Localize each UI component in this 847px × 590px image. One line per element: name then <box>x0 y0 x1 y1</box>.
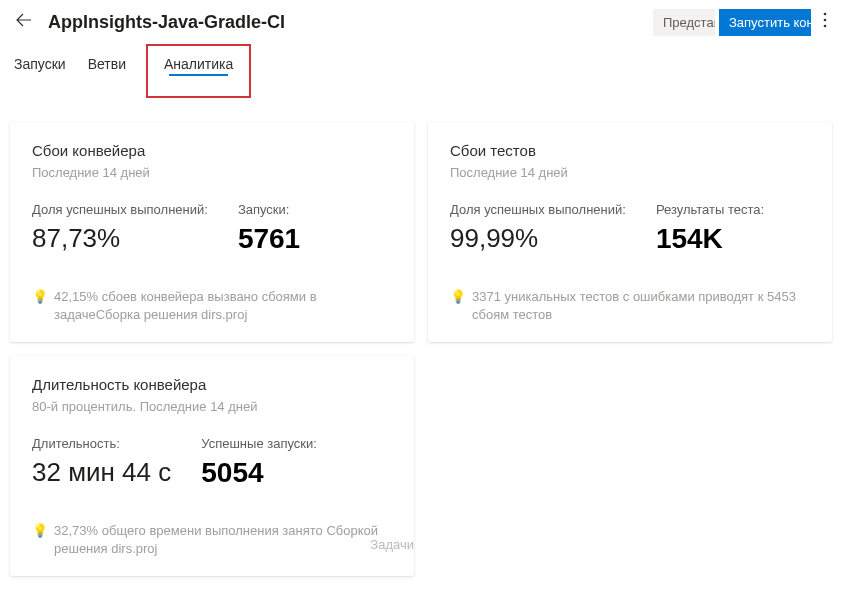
lightbulb-icon: 💡 <box>32 522 48 558</box>
lightbulb-icon: 💡 <box>32 288 48 324</box>
metric-label: Доля успешных выполнений: <box>450 202 626 217</box>
side-label: Задачи <box>370 537 414 552</box>
card-subtitle: 80-й процентиль. Последние 14 дней <box>32 399 392 414</box>
svg-point-2 <box>824 25 827 28</box>
back-button[interactable] <box>12 8 36 36</box>
card-test-failures[interactable]: Сбои тестов Последние 14 дней Доля успеш… <box>428 122 832 342</box>
insight-text: 3371 уникальных тестов с ошибками привод… <box>472 288 810 324</box>
card-title: Длительность конвейера <box>32 376 392 393</box>
view-button[interactable]: Представление <box>653 9 715 36</box>
page-title: AppInsights-Java-Gradle-CI <box>48 12 641 33</box>
tab-runs[interactable]: Запуски <box>12 50 68 98</box>
card-pipeline-duration[interactable]: Длительность конвейера 80-й процентиль. … <box>10 356 414 576</box>
metric-value: 32 мин 44 с <box>32 457 171 488</box>
card-subtitle: Последние 14 дней <box>32 165 392 180</box>
card-pipeline-failures[interactable]: Сбои конвейера Последние 14 дней Доля ус… <box>10 122 414 342</box>
metric-label: Доля успешных выполнений: <box>32 202 208 217</box>
card-title: Сбои тестов <box>450 142 810 159</box>
more-button[interactable] <box>815 8 835 36</box>
metric-label: Запуски: <box>238 202 300 217</box>
metric-value: 5054 <box>201 457 317 489</box>
svg-point-1 <box>824 19 827 22</box>
tab-analytics[interactable]: Аналитика <box>162 50 235 82</box>
insight-text: 32,73% общего времени выполнения занято … <box>54 522 392 558</box>
card-title: Сбои конвейера <box>32 142 392 159</box>
lightbulb-icon: 💡 <box>450 288 466 324</box>
metric-label: Длительность: <box>32 436 171 451</box>
card-subtitle: Последние 14 дней <box>450 165 810 180</box>
svg-point-0 <box>824 13 827 16</box>
insight-text: 42,15% сбоев конвейера вызвано сбоями в … <box>54 288 392 324</box>
metric-value: 87,73% <box>32 223 208 254</box>
metric-label: Результаты теста: <box>656 202 764 217</box>
metric-value: 154K <box>656 223 764 255</box>
arrow-left-icon <box>16 12 32 28</box>
metric-value: 5761 <box>238 223 300 255</box>
highlight-box: Аналитика <box>146 44 251 98</box>
run-pipeline-button[interactable]: Запустить конвейер <box>719 9 811 36</box>
tabs-bar: Запуски Ветви Аналитика <box>0 40 847 98</box>
metric-value: 99,99% <box>450 223 626 254</box>
more-vertical-icon <box>823 12 827 28</box>
metric-label: Успешные запуски: <box>201 436 317 451</box>
tab-branches[interactable]: Ветви <box>86 50 128 98</box>
